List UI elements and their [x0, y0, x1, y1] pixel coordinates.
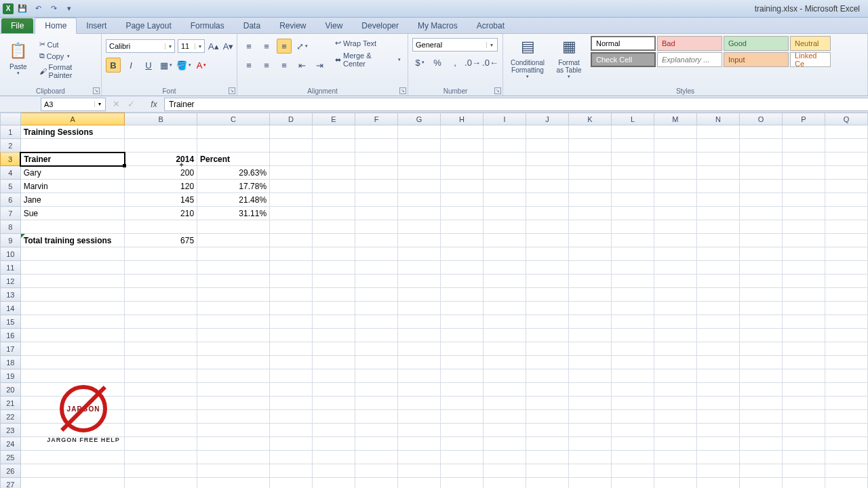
- cell-I2[interactable]: [484, 139, 526, 152]
- cell-L9[interactable]: [611, 234, 654, 247]
- cell-C14[interactable]: [197, 302, 270, 315]
- cell-F16[interactable]: [355, 329, 398, 342]
- cell-D26[interactable]: [270, 464, 313, 478]
- cell-K17[interactable]: [568, 342, 611, 356]
- cell-H21[interactable]: [441, 396, 484, 410]
- cell-N8[interactable]: [696, 220, 739, 234]
- cell-M8[interactable]: [654, 220, 696, 234]
- row-header-4[interactable]: 4: [1, 166, 21, 180]
- spreadsheet-grid[interactable]: ABCDEFGHIJKLMNOPQ1Training Sessions23Tra…: [0, 113, 868, 488]
- cell-O21[interactable]: [739, 396, 782, 410]
- paste-button[interactable]: 📋 Paste ▾: [4, 35, 33, 80]
- cell-N5[interactable]: [696, 180, 739, 193]
- cell-C13[interactable]: [197, 288, 270, 302]
- cell-B27[interactable]: [125, 478, 197, 489]
- cell-G24[interactable]: [398, 437, 441, 451]
- cell-M13[interactable]: [654, 288, 696, 302]
- cell-E17[interactable]: [313, 342, 355, 356]
- cell-K8[interactable]: [568, 220, 611, 234]
- cell-E23[interactable]: [313, 424, 355, 437]
- cell-O9[interactable]: [739, 234, 782, 247]
- cell-D1[interactable]: [270, 125, 313, 139]
- cell-N17[interactable]: [696, 342, 739, 356]
- cell-G4[interactable]: [398, 166, 441, 180]
- tab-review[interactable]: Review: [270, 18, 315, 33]
- column-header-J[interactable]: J: [526, 113, 568, 125]
- cell-O13[interactable]: [739, 288, 782, 302]
- cell-P27[interactable]: [782, 478, 825, 489]
- cell-G5[interactable]: [398, 180, 441, 193]
- cell-J27[interactable]: [526, 478, 568, 489]
- cell-P22[interactable]: [782, 410, 825, 424]
- cell-E14[interactable]: [313, 302, 355, 315]
- cell-K4[interactable]: [568, 166, 611, 180]
- cell-K1[interactable]: [568, 125, 611, 139]
- cell-D23[interactable]: [270, 424, 313, 437]
- style-bad[interactable]: Bad: [657, 36, 722, 51]
- cell-C4[interactable]: 29.63%: [197, 166, 270, 180]
- cell-L22[interactable]: [611, 410, 654, 424]
- cell-G2[interactable]: [398, 139, 441, 152]
- cell-D10[interactable]: [270, 247, 313, 261]
- cell-N26[interactable]: [696, 464, 739, 478]
- row-header-9[interactable]: 9: [1, 234, 21, 247]
- cell-B8[interactable]: [125, 220, 197, 234]
- cell-J15[interactable]: [526, 315, 568, 329]
- cell-K15[interactable]: [568, 315, 611, 329]
- cell-I16[interactable]: [484, 329, 526, 342]
- cell-M1[interactable]: [654, 125, 696, 139]
- cell-H10[interactable]: [441, 247, 484, 261]
- column-header-H[interactable]: H: [441, 113, 484, 125]
- cell-D27[interactable]: [270, 478, 313, 489]
- align-top-button[interactable]: ≡: [241, 39, 256, 54]
- cell-Q9[interactable]: [825, 234, 867, 247]
- cell-D2[interactable]: [270, 139, 313, 152]
- cell-H14[interactable]: [441, 302, 484, 315]
- cell-G21[interactable]: [398, 396, 441, 410]
- cell-F9[interactable]: [355, 234, 398, 247]
- row-header-10[interactable]: 10: [1, 247, 21, 261]
- cell-O2[interactable]: [739, 139, 782, 152]
- cell-I26[interactable]: [484, 464, 526, 478]
- row-header-2[interactable]: 2: [1, 139, 21, 152]
- row-header-12[interactable]: 12: [1, 274, 21, 288]
- cell-P23[interactable]: [782, 424, 825, 437]
- cell-H16[interactable]: [441, 329, 484, 342]
- cell-E12[interactable]: [313, 274, 355, 288]
- cell-J25[interactable]: [526, 451, 568, 464]
- cell-C9[interactable]: [197, 234, 270, 247]
- cell-I5[interactable]: [484, 180, 526, 193]
- cell-N9[interactable]: [696, 234, 739, 247]
- cell-I12[interactable]: [484, 274, 526, 288]
- cell-C15[interactable]: [197, 315, 270, 329]
- cell-M23[interactable]: [654, 424, 696, 437]
- cell-F19[interactable]: [355, 369, 398, 383]
- row-header-23[interactable]: 23: [1, 424, 21, 437]
- cell-J26[interactable]: [526, 464, 568, 478]
- cell-O3[interactable]: [739, 152, 782, 166]
- cell-G17[interactable]: [398, 342, 441, 356]
- cell-M2[interactable]: [654, 139, 696, 152]
- cell-D18[interactable]: [270, 356, 313, 369]
- cell-F14[interactable]: [355, 302, 398, 315]
- cell-N16[interactable]: [696, 329, 739, 342]
- cell-I15[interactable]: [484, 315, 526, 329]
- column-header-B[interactable]: B: [125, 113, 197, 125]
- cell-D11[interactable]: [270, 261, 313, 274]
- cell-I9[interactable]: [484, 234, 526, 247]
- cell-B1[interactable]: [125, 125, 197, 139]
- cell-H11[interactable]: [441, 261, 484, 274]
- cell-C10[interactable]: [197, 247, 270, 261]
- cell-M5[interactable]: [654, 180, 696, 193]
- cell-K27[interactable]: [568, 478, 611, 489]
- cell-Q23[interactable]: [825, 424, 867, 437]
- cell-G22[interactable]: [398, 410, 441, 424]
- cell-C11[interactable]: [197, 261, 270, 274]
- cell-J7[interactable]: [526, 207, 568, 220]
- cell-J14[interactable]: [526, 302, 568, 315]
- row-header-22[interactable]: 22: [1, 410, 21, 424]
- cell-N3[interactable]: [696, 152, 739, 166]
- cell-I27[interactable]: [484, 478, 526, 489]
- cell-F10[interactable]: [355, 247, 398, 261]
- cell-A19[interactable]: [20, 369, 125, 383]
